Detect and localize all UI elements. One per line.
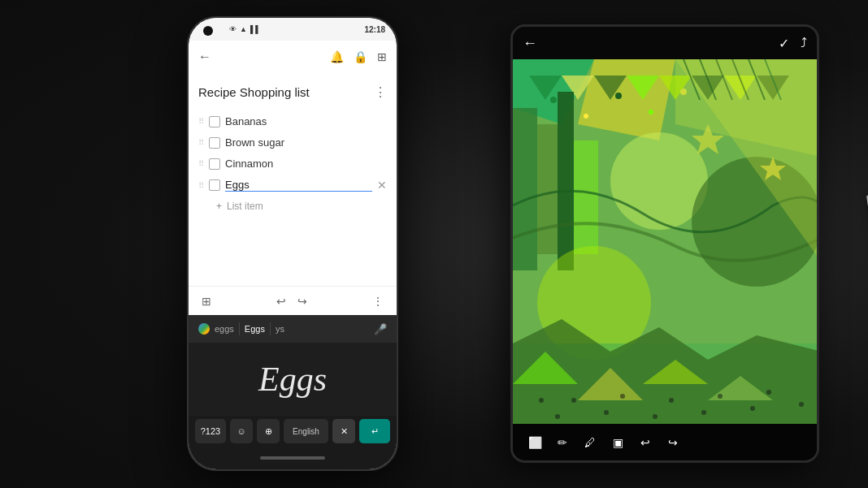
tablet-redo-icon[interactable]: ↪ <box>664 434 682 451</box>
svg-point-23 <box>680 89 687 95</box>
svg-point-32 <box>539 398 544 403</box>
item-text-bananas: Bananas <box>225 115 387 127</box>
svg-point-37 <box>653 414 658 419</box>
status-icons: 👁 ▲ ▌▌ <box>229 25 261 33</box>
suggestion-eggs-lower[interactable]: eggs <box>215 324 234 334</box>
phone-appbar-right: 🔔 🔒 ⊞ <box>330 50 387 63</box>
google-logo <box>198 323 210 335</box>
clear-button[interactable]: ✕ <box>332 419 355 443</box>
add-item-placeholder: List item <box>227 201 263 212</box>
phone-note-content: Recipe Shopping list ⋮ ⠿ Bananas ⠿ Brown… <box>189 73 397 286</box>
item-text-cinnamon: Cinnamon <box>225 158 387 170</box>
phone-statusbar: 👁 ▲ ▌▌ 12:18 <box>189 18 397 41</box>
tablet-back-button[interactable]: ← <box>523 35 537 52</box>
note-menu-button[interactable]: ⋮ <box>374 84 387 100</box>
lock-icon[interactable]: 🔒 <box>354 50 367 63</box>
tablet-top-right-icons: ✓ ⤴ <box>779 36 807 51</box>
add-item-row[interactable]: + List item <box>198 196 387 216</box>
list-item: ⠿ Bananas <box>198 111 387 132</box>
keyboard-bottom-row: ?123 ☺ ⊕ English ✕ ↵ <box>189 416 397 447</box>
phone-back-button[interactable]: ← <box>198 50 211 64</box>
phone-appbar: ← 🔔 🔒 ⊞ <box>189 41 397 73</box>
suggestion-right-icons: 🎤 <box>374 323 387 335</box>
svg-point-21 <box>615 93 622 99</box>
undo-icon[interactable]: ↩ <box>276 295 286 308</box>
svg-rect-12 <box>513 108 537 270</box>
list-item: ⠿ Brown sugar <box>198 132 387 153</box>
marker-icon[interactable]: 🖊 <box>581 434 599 451</box>
item-checkbox-bananas[interactable] <box>209 116 220 127</box>
drag-handle-icon[interactable]: ⠿ <box>198 138 204 147</box>
note-title: Recipe Shopping list <box>198 85 310 99</box>
redo-icon[interactable]: ↪ <box>297 295 307 308</box>
item-text-eggs[interactable]: Eggs <box>225 179 372 192</box>
toolbar-more-icon[interactable]: ⋮ <box>372 295 384 308</box>
item-close-button[interactable]: ✕ <box>377 179 387 192</box>
tablet-tools: ⬜ ✏ 🖊 ▣ ↩ ↪ <box>526 434 682 451</box>
microphone-icon[interactable]: 🎤 <box>374 323 387 335</box>
svg-point-39 <box>701 410 706 415</box>
phone-screen: 👁 ▲ ▌▌ 12:18 ← 🔔 🔒 ⊞ Recipe Shopping lis… <box>189 18 397 469</box>
note-title-row: Recipe Shopping list ⋮ <box>198 84 387 100</box>
suggestion-divider <box>239 322 240 335</box>
emoji-button[interactable]: ☺ <box>230 419 253 443</box>
svg-point-38 <box>669 398 674 403</box>
home-pill[interactable] <box>260 456 325 460</box>
svg-rect-13 <box>537 124 558 254</box>
globe-button[interactable]: ⊕ <box>257 419 280 443</box>
list-item: ⠿ Cinnamon <box>198 153 387 175</box>
svg-point-43 <box>799 402 804 407</box>
tablet-bottombar: ⬜ ✏ 🖊 ▣ ↩ ↪ <box>513 424 817 460</box>
pen-thin-icon[interactable]: ✏ <box>553 434 571 451</box>
svg-point-41 <box>750 406 755 411</box>
shape-icon[interactable]: ▣ <box>609 434 627 451</box>
suggestion-left: eggs Eggs ys <box>198 322 284 335</box>
wifi-icon: ▲ <box>240 25 247 33</box>
drag-handle-icon[interactable]: ⠿ <box>198 159 204 168</box>
tablet-device: ← ✓ ⤴ ⬜ ✏ 🖊 ▣ ↩ ↪ <box>510 24 819 463</box>
tablet-check-icon[interactable]: ✓ <box>779 36 789 51</box>
keyboard-suggestions: eggs Eggs ys 🎤 <box>189 315 397 343</box>
toolbar-right: ⋮ <box>372 295 384 308</box>
grid-icon[interactable]: ⊞ <box>377 50 387 63</box>
enter-button[interactable]: ↵ <box>359 419 390 443</box>
toolbar-center: ↩ ↪ <box>276 295 307 308</box>
item-checkbox-cinnamon[interactable] <box>209 158 220 170</box>
handwriting-area[interactable]: Eggs <box>189 343 397 416</box>
tablet-undo-icon[interactable]: ↩ <box>636 434 654 451</box>
drag-handle-icon[interactable]: ⠿ <box>198 117 204 126</box>
suggestion-eggs-upper[interactable]: Eggs <box>245 324 265 334</box>
tablet-art <box>513 59 817 424</box>
phone-time: 12:18 <box>364 25 385 34</box>
svg-point-42 <box>766 390 771 395</box>
bell-icon[interactable]: 🔔 <box>330 50 344 63</box>
svg-point-20 <box>584 114 588 119</box>
item-checkbox-brown-sugar[interactable] <box>209 137 220 149</box>
svg-point-22 <box>649 110 653 114</box>
item-checkbox-eggs[interactable] <box>209 179 220 191</box>
phone-toolbar: ⊞ ↩ ↪ ⋮ <box>189 286 397 315</box>
tablet-share-icon[interactable]: ⤴ <box>801 36 807 50</box>
add-plus-icon: + <box>216 201 222 212</box>
signal-icon: ▌▌ <box>250 25 261 33</box>
handwriting-text: Eggs <box>258 360 327 399</box>
svg-point-36 <box>620 394 625 399</box>
drag-handle-icon[interactable]: ⠿ <box>198 181 204 190</box>
list-item-active: ⠿ Eggs ✕ <box>198 175 387 196</box>
svg-point-34 <box>571 398 576 403</box>
svg-point-35 <box>604 410 609 415</box>
suggestion-ys[interactable]: ys <box>276 324 284 334</box>
eraser-icon[interactable]: ⬜ <box>526 434 544 451</box>
add-box-icon[interactable]: ⊞ <box>202 295 211 308</box>
language-button[interactable]: English <box>284 419 328 443</box>
phone-device: 👁 ▲ ▌▌ 12:18 ← 🔔 🔒 ⊞ Recipe Shopping lis… <box>187 16 398 471</box>
svg-rect-14 <box>558 92 574 270</box>
camera-hole <box>203 26 213 36</box>
num-key-button[interactable]: ?123 <box>195 419 226 443</box>
phone-keyboard: eggs Eggs ys 🎤 Eggs ?123 ☺ ⊕ English <box>189 315 397 447</box>
svg-point-40 <box>718 394 723 399</box>
svg-rect-15 <box>574 140 598 254</box>
eye-icon: 👁 <box>229 25 237 33</box>
toolbar-left: ⊞ <box>202 295 211 308</box>
phone-home-indicator <box>189 447 397 469</box>
